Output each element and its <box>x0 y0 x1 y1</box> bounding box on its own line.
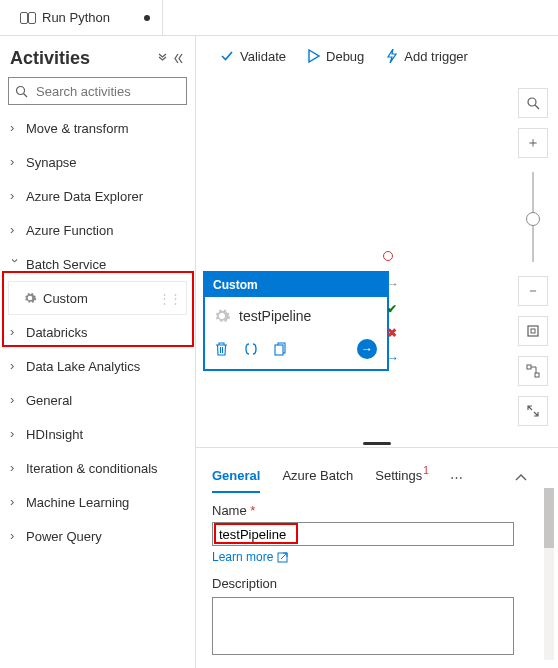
run-icon[interactable]: → <box>357 339 377 359</box>
port-success-icon[interactable]: ✔ <box>387 302 403 316</box>
chevron-right-icon: › <box>10 358 20 373</box>
layout-button[interactable] <box>518 356 548 386</box>
fullscreen-button[interactable] <box>518 396 548 426</box>
svg-rect-6 <box>527 365 531 369</box>
sidebar-item-iteration-conditionals[interactable]: ›Iteration & conditionals <box>8 451 187 485</box>
required-asterisk: * <box>250 503 255 518</box>
chevron-right-icon: › <box>10 392 20 407</box>
chevron-down-icon: › <box>8 258 23 268</box>
sidebar-title: Activities <box>10 48 90 69</box>
tab-settings[interactable]: Settings1 <box>375 462 428 493</box>
fit-screen-button[interactable] <box>518 316 548 346</box>
port-skip-icon[interactable]: → <box>387 277 403 291</box>
scrollbar-thumb[interactable] <box>544 488 554 548</box>
scrollbar[interactable] <box>544 488 554 660</box>
sidebar-item-data-lake-analytics[interactable]: ›Data Lake Analytics <box>8 349 187 383</box>
sidebar-subitem-custom[interactable]: Custom ⋮⋮ <box>8 281 187 315</box>
debug-button[interactable]: Debug <box>308 49 364 64</box>
chevron-right-icon: › <box>10 494 20 509</box>
tab-title: Run Python <box>42 10 110 25</box>
unsaved-dot-icon <box>144 15 150 21</box>
sidebar-item-azure-function[interactable]: ›Azure Function <box>8 213 187 247</box>
svg-point-2 <box>528 98 536 106</box>
search-input[interactable] <box>34 83 206 100</box>
svg-rect-7 <box>535 373 539 377</box>
svg-rect-8 <box>275 345 283 355</box>
svg-point-0 <box>17 86 25 94</box>
activities-sidebar: Activities ›Move & transform ›Synapse ›A… <box>0 36 196 668</box>
collapse-sidebar-icon[interactable] <box>174 53 185 64</box>
zoom-slider[interactable] <box>532 172 534 262</box>
external-link-icon <box>277 552 288 563</box>
activity-node-custom[interactable]: Custom testPipeline → → ✔ ✖ <box>204 272 388 370</box>
svg-line-3 <box>535 105 539 109</box>
tab-azure-batch[interactable]: Azure Batch <box>282 462 353 493</box>
description-label: Description <box>212 576 514 591</box>
sidebar-item-azure-data-explorer[interactable]: ›Azure Data Explorer <box>8 179 187 213</box>
clone-icon[interactable] <box>274 342 287 356</box>
learn-more-link[interactable]: Learn more <box>212 550 288 564</box>
node-type-label: Custom <box>205 273 387 297</box>
zoom-search-button[interactable] <box>518 88 548 118</box>
name-label: Name <box>212 503 247 518</box>
pipeline-tab[interactable]: Run Python <box>8 0 163 35</box>
gear-icon <box>23 291 37 305</box>
add-trigger-button[interactable]: Add trigger <box>386 49 468 64</box>
name-field[interactable] <box>212 522 514 546</box>
selection-handle-icon[interactable] <box>383 251 393 261</box>
check-icon <box>220 49 234 63</box>
play-icon <box>308 49 320 63</box>
sidebar-item-databricks[interactable]: ›Databricks <box>8 315 187 349</box>
svg-rect-4 <box>528 326 538 336</box>
chevron-right-icon: › <box>10 460 20 475</box>
chevron-right-icon: › <box>10 120 20 135</box>
panel-resize-handle[interactable] <box>196 439 558 447</box>
svg-rect-5 <box>531 329 535 333</box>
sidebar-item-hdinsight[interactable]: ›HDInsight <box>8 417 187 451</box>
tab-general[interactable]: General <box>212 462 260 493</box>
drag-grip-icon[interactable]: ⋮⋮ <box>158 291 180 306</box>
sidebar-item-synapse[interactable]: ›Synapse <box>8 145 187 179</box>
svg-line-1 <box>24 93 28 97</box>
description-field[interactable] <box>212 597 514 655</box>
chevron-right-icon: › <box>10 324 20 339</box>
sidebar-item-power-query[interactable]: ›Power Query <box>8 519 187 553</box>
expand-all-icon[interactable] <box>157 53 168 64</box>
canvas-controls: ＋ － <box>518 88 548 426</box>
properties-panel: General Azure Batch Settings1 ⋯ Name * L… <box>196 447 558 668</box>
error-badge: 1 <box>423 465 429 476</box>
chevron-right-icon: › <box>10 154 20 169</box>
chevron-right-icon: › <box>10 222 20 237</box>
node-name: testPipeline <box>239 308 311 324</box>
code-icon[interactable] <box>244 342 258 356</box>
chevron-right-icon: › <box>10 188 20 203</box>
lightning-icon <box>386 49 398 63</box>
delete-icon[interactable] <box>215 342 228 356</box>
more-tabs-icon[interactable]: ⋯ <box>450 470 463 485</box>
search-input-wrapper[interactable] <box>8 77 187 105</box>
zoom-slider-thumb[interactable] <box>526 212 540 226</box>
pipeline-canvas[interactable]: ＋ － Custom testPipeline <box>196 76 558 439</box>
port-fail-icon[interactable]: ✖ <box>387 326 403 340</box>
sidebar-item-batch-service[interactable]: ›Batch Service <box>8 247 187 281</box>
canvas-toolbar: Validate Debug Add trigger <box>196 36 558 76</box>
zoom-out-button[interactable]: － <box>518 276 548 306</box>
collapse-panel-icon[interactable] <box>514 472 528 484</box>
pipeline-icon <box>20 11 36 25</box>
port-complete-icon[interactable]: → <box>387 351 403 365</box>
validate-button[interactable]: Validate <box>220 49 286 64</box>
sidebar-item-general[interactable]: ›General <box>8 383 187 417</box>
zoom-in-button[interactable]: ＋ <box>518 128 548 158</box>
chevron-right-icon: › <box>10 426 20 441</box>
search-icon <box>15 85 28 98</box>
gear-icon <box>213 307 231 325</box>
sidebar-item-machine-learning[interactable]: ›Machine Learning <box>8 485 187 519</box>
chevron-right-icon: › <box>10 528 20 543</box>
sidebar-item-move-transform[interactable]: ›Move & transform <box>8 111 187 145</box>
